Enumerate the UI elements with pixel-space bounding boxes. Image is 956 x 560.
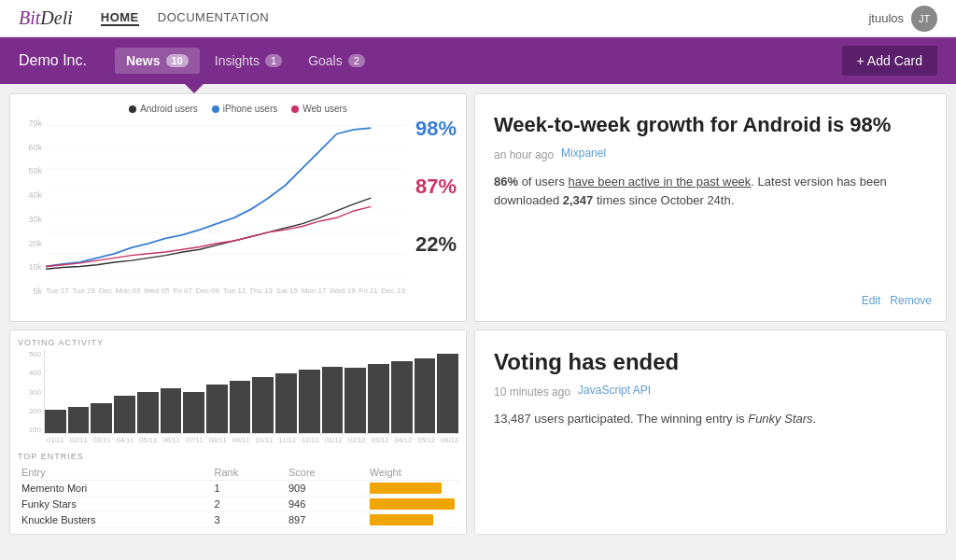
legend-label-iphone: iPhone users	[223, 104, 277, 114]
entry-name-2: Funky Stars	[18, 497, 210, 512]
percent-labels: 98% 87% 22%	[405, 119, 457, 296]
tab-news-badge: 10	[166, 54, 189, 67]
add-card-button[interactable]: + Add Card	[842, 46, 937, 76]
user-area: jtuulos JT	[868, 6, 937, 32]
entry-score-2: 946	[285, 497, 366, 512]
tabs: News 10 Insights 1 Goals 2	[115, 48, 842, 74]
username: jtuulos	[868, 11, 904, 25]
article-1-time: an hour ago	[494, 148, 554, 161]
bar-16	[391, 361, 413, 433]
entries-table: Entry Rank Score Weight Memento Mori 1 9…	[18, 465, 458, 528]
legend-label-android: Android users	[140, 104, 198, 114]
bar-1	[45, 410, 66, 433]
article-1-highlight: 86%	[494, 175, 518, 189]
legend-web: Web users	[291, 104, 347, 114]
percent-98: 98%	[415, 119, 457, 139]
article-card-1: Week-to-week growth for Android is 98% a…	[474, 93, 947, 322]
voting-y-axis: 500400300200100	[18, 350, 44, 434]
voting-chart-container: VOTING ACTIVITY 500400300200100	[10, 330, 466, 534]
percent-87: 87%	[415, 176, 457, 197]
article-1-source[interactable]: Mixpanel	[561, 147, 606, 160]
entry-rank-3: 3	[210, 512, 285, 528]
chart-legend: Android users iPhone users Web users	[20, 104, 457, 114]
bar-9	[230, 381, 251, 433]
article-2-time: 10 minutes ago	[494, 385, 570, 399]
sub-nav: Demo Inc. News 10 Insights 1 Goals 2 + A…	[0, 37, 956, 84]
svg-area: Tue 27Tue 29DecMon 03Wed 05Fri 07Dec 09T…	[46, 119, 405, 296]
table-header-row: Entry Rank Score Weight	[18, 465, 458, 481]
legend-dot-web	[291, 105, 299, 113]
article-1-body: 86% of users have been active in the pas…	[494, 173, 927, 209]
voting-chart-card: VOTING ACTIVITY 500400300200100	[9, 329, 467, 535]
tab-goals-badge: 2	[348, 54, 365, 67]
chart-container: Android users iPhone users Web users 70k…	[10, 94, 466, 321]
legend-dot-android	[129, 105, 136, 113]
y-axis: 70k60k50k40k30k20k10k5k	[20, 119, 46, 296]
bar-3	[91, 403, 112, 433]
table-row: Funky Stars 2 946	[18, 497, 458, 512]
bar-chart	[44, 350, 458, 434]
bar-17	[415, 358, 436, 433]
bar-12	[299, 370, 320, 433]
article-2-title: Voting has ended	[494, 349, 927, 376]
bar-13	[322, 367, 344, 433]
voting-bar-area: 500400300200100	[18, 350, 458, 434]
card-row-2: VOTING ACTIVITY 500400300200100	[9, 329, 947, 535]
entry-score-1: 909	[285, 481, 366, 497]
voting-x-axis: 01/1102/1103/1104/1105/1106/1107/1108/11…	[47, 436, 458, 444]
content: Android users iPhone users Web users 70k…	[0, 84, 956, 560]
top-nav: BitDeli HOME DOCUMENTATION jtuulos JT	[0, 0, 956, 37]
bar-7	[183, 392, 204, 434]
tab-insights[interactable]: Insights 1	[204, 48, 293, 74]
voting-activity-label: VOTING ACTIVITY	[18, 338, 458, 347]
x-axis: Tue 27Tue 29DecMon 03Wed 05Fri 07Dec 09T…	[46, 287, 405, 295]
winning-entry: Funky Stars	[748, 412, 812, 426]
legend-android: Android users	[129, 104, 198, 114]
bar-14	[344, 368, 366, 433]
table-row: Memento Mori 1 909	[18, 481, 458, 497]
growth-chart-card: Android users iPhone users Web users 70k…	[9, 93, 467, 322]
legend-dot-iphone	[212, 105, 219, 113]
entry-name-1: Memento Mori	[18, 481, 210, 497]
bar-10	[252, 377, 274, 433]
tab-insights-badge: 1	[265, 54, 282, 67]
top-entries-title: TOP ENTRIES	[18, 452, 458, 461]
top-entries: TOP ENTRIES Entry Rank Score Weight	[18, 452, 458, 528]
entry-score-3: 897	[285, 512, 366, 528]
chart-main: 70k60k50k40k30k20k10k5k	[20, 119, 457, 296]
tab-goals[interactable]: Goals 2	[297, 48, 376, 74]
col-rank: Rank	[210, 465, 285, 481]
tab-news-label: News	[126, 53, 161, 68]
bar-15	[368, 364, 389, 433]
entry-weight-3	[366, 512, 458, 528]
nav-documentation[interactable]: DOCUMENTATION	[158, 10, 269, 26]
tab-goals-label: Goals	[308, 53, 343, 68]
col-weight: Weight	[366, 465, 458, 481]
entry-name-3: Knuckle Busters	[18, 512, 210, 528]
col-score: Score	[285, 465, 366, 481]
entry-rank-1: 1	[210, 481, 285, 497]
bar-5	[137, 392, 159, 434]
legend-label-web: Web users	[302, 104, 347, 114]
percent-22: 22%	[415, 234, 457, 255]
tab-insights-label: Insights	[215, 53, 260, 68]
bar-11	[275, 373, 297, 433]
nav-home[interactable]: HOME	[101, 10, 139, 26]
article-1-meta: an hour ago Mixpanel	[494, 145, 927, 161]
remove-button[interactable]: Remove	[890, 294, 932, 307]
logo: BitDeli	[19, 7, 73, 29]
bar-8	[206, 385, 228, 433]
article-card-2: Voting has ended 10 minutes ago JavaScri…	[474, 329, 947, 535]
article-2-source[interactable]: JavaScript API	[578, 384, 651, 397]
sub-nav-arrow	[185, 84, 204, 93]
tab-news[interactable]: News 10	[115, 48, 200, 74]
bar-6	[161, 388, 182, 433]
card-row-1: Android users iPhone users Web users 70k…	[9, 93, 947, 322]
article-2-body: 13,487 users participated. The winning e…	[494, 410, 927, 428]
article-1-actions: Edit Remove	[862, 294, 932, 307]
article-1-title: Week-to-week growth for Android is 98%	[494, 113, 927, 137]
edit-button[interactable]: Edit	[862, 294, 881, 307]
company-name: Demo Inc.	[19, 52, 87, 69]
article-1-count: 2,347	[563, 193, 594, 207]
bar-2	[68, 407, 90, 433]
